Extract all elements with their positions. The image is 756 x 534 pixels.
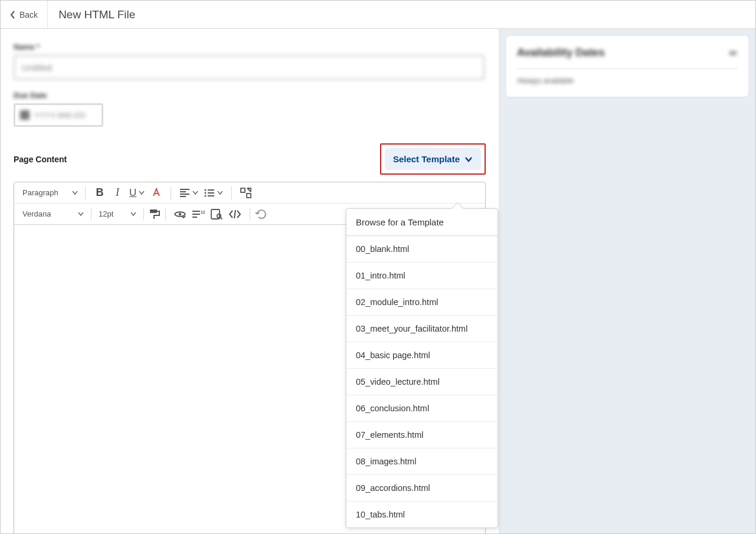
toolbar-separator — [250, 208, 250, 221]
block-format-value: Paragraph — [22, 188, 58, 197]
due-date-input[interactable]: YYYY-MM-DD — [14, 103, 103, 127]
chevron-down-icon — [139, 191, 145, 195]
template-option[interactable]: 05_video_lecture.html — [346, 369, 498, 395]
word-count-icon: 123 — [192, 209, 205, 219]
insert-stuff-button[interactable] — [238, 185, 254, 201]
block-format-dropdown[interactable]: Paragraph — [18, 185, 83, 201]
underline-icon: U — [129, 187, 136, 199]
list-button[interactable] — [202, 185, 225, 201]
select-template-button[interactable]: Select Template — [385, 148, 481, 170]
font-family-value: Verdana — [22, 209, 51, 218]
select-template-label: Select Template — [393, 154, 460, 164]
browse-template-option[interactable]: Browse for a Template — [346, 209, 498, 236]
underline-button[interactable]: U — [127, 185, 147, 201]
svg-text:123: 123 — [201, 210, 205, 214]
template-option[interactable]: 10_tabs.html — [346, 502, 498, 528]
italic-icon: I — [116, 186, 119, 199]
page-content-header-row: Page Content Select Template — [14, 143, 486, 175]
template-option[interactable]: 00_blank.html — [346, 236, 498, 263]
accessibility-checker-button[interactable] — [172, 206, 188, 222]
select-template-highlight: Select Template — [380, 143, 486, 175]
font-size-dropdown[interactable]: 12pt — [94, 206, 141, 222]
template-option[interactable]: 09_accordions.html — [346, 475, 498, 502]
name-label: Name * — [14, 42, 40, 51]
chevron-down-icon — [72, 191, 78, 195]
code-icon — [228, 209, 241, 219]
preview-icon — [211, 209, 222, 220]
chevron-down-icon — [78, 212, 84, 217]
template-option[interactable]: 06_conclusion.html — [346, 395, 498, 422]
toolbar-separator — [171, 186, 171, 199]
template-option[interactable]: 03_meet_your_facilitator.html — [346, 316, 498, 342]
svg-rect-5 — [150, 209, 157, 213]
back-label: Back — [19, 10, 38, 19]
card-divider — [517, 68, 738, 69]
svg-point-9 — [217, 214, 221, 217]
italic-button[interactable]: I — [109, 185, 126, 201]
word-count-button[interactable]: 123 — [189, 206, 207, 222]
page-header: Back New HTML File — [1, 1, 755, 29]
template-option[interactable]: 02_module_intro.html — [346, 289, 498, 316]
align-button[interactable] — [177, 185, 201, 201]
toolbar-row-1: Paragraph B I U — [14, 182, 485, 204]
template-option[interactable]: 07_elements.html — [346, 422, 498, 448]
toolbar-separator — [231, 186, 232, 199]
font-family-dropdown[interactable]: Verdana — [18, 206, 89, 222]
layout: Name * Due Date YYYY-MM-DD Page Content … — [1, 29, 755, 533]
name-input[interactable] — [14, 55, 485, 80]
format-painter-icon — [149, 209, 161, 220]
toolbar-separator — [143, 208, 144, 221]
calendar-icon — [20, 110, 30, 120]
availability-card-title: Availability Dates — [517, 47, 604, 59]
text-color-icon — [151, 188, 162, 198]
due-placeholder: YYYY-MM-DD — [34, 111, 86, 120]
name-field-group: Name * — [14, 42, 486, 80]
undo-button[interactable] — [253, 206, 269, 222]
page-content-label: Page Content — [14, 155, 67, 164]
bold-icon: B — [96, 186, 104, 199]
text-color-button[interactable] — [148, 185, 165, 201]
chevron-down-icon — [130, 212, 136, 217]
toolbar-separator — [165, 208, 166, 221]
svg-rect-3 — [241, 188, 245, 192]
font-size-value: 12pt — [99, 209, 113, 218]
template-option[interactable]: 04_basic page.html — [346, 342, 498, 369]
undo-icon — [255, 209, 267, 220]
due-label: Due Date — [14, 91, 47, 100]
expand-icon[interactable] — [728, 48, 738, 58]
availability-card-sub: Always available — [517, 76, 738, 85]
template-option[interactable]: 08_images.html — [346, 448, 498, 475]
main-column: Name * Due Date YYYY-MM-DD Page Content … — [1, 29, 499, 533]
toolbar-separator — [91, 208, 91, 221]
svg-point-2 — [205, 195, 207, 196]
format-painter-button[interactable] — [146, 206, 163, 222]
bold-button[interactable]: B — [91, 185, 108, 201]
template-option[interactable]: 01_intro.html — [346, 263, 498, 289]
page-title: New HTML File — [48, 8, 146, 21]
chevron-down-icon — [217, 191, 223, 195]
svg-point-0 — [205, 189, 207, 191]
source-code-button[interactable] — [226, 206, 244, 222]
chevron-down-icon — [192, 191, 198, 195]
chevron-down-icon — [464, 156, 473, 162]
bullet-list-icon — [204, 188, 215, 198]
template-dropdown-menu: Browse for a Template 00_blank.html01_in… — [346, 208, 498, 528]
template-list: 00_blank.html01_intro.html02_module_intr… — [346, 236, 498, 528]
svg-point-1 — [205, 192, 207, 194]
svg-point-6 — [179, 212, 181, 215]
svg-rect-4 — [247, 194, 251, 198]
preview-button[interactable] — [208, 206, 225, 222]
availability-card: Availability Dates Always available — [506, 36, 748, 97]
side-column: Availability Dates Always available — [499, 29, 755, 533]
eye-check-icon — [174, 209, 186, 219]
back-button[interactable]: Back — [1, 1, 48, 28]
toolbar-separator — [85, 186, 86, 199]
insert-stuff-icon — [240, 188, 252, 198]
due-date-field-group: Due Date YYYY-MM-DD — [14, 90, 486, 127]
align-left-icon — [179, 188, 190, 198]
chevron-left-icon — [10, 11, 16, 19]
